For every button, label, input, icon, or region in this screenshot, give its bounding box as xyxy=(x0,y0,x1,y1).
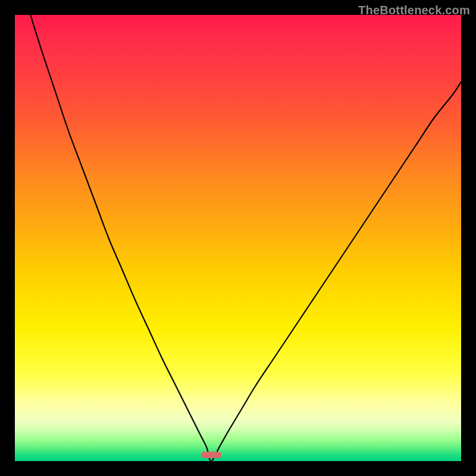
curve-layer xyxy=(15,15,461,461)
bottleneck-curve xyxy=(30,15,461,461)
optimal-marker xyxy=(201,452,221,458)
chart-container: TheBottleneck.com xyxy=(0,0,476,476)
plot-area xyxy=(15,15,461,461)
watermark-text: TheBottleneck.com xyxy=(358,4,470,17)
